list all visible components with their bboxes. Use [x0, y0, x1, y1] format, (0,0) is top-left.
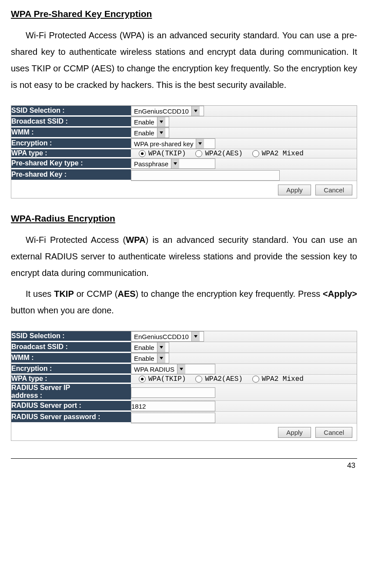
label-radius-ip: RADIUS Server IP address : — [11, 384, 131, 401]
encryption-select-value: WPA pre-shared key — [131, 140, 196, 148]
wmm-select[interactable]: Enable — [131, 128, 169, 138]
heading-wpa-psk: WPA Pre-Shared Key Encryption — [11, 9, 357, 19]
broadcast-select-value: Enable — [131, 344, 157, 351]
paragraph-wpa-radius-1: Wi-Fi Protected Access (WPA) is an advan… — [11, 232, 357, 281]
broadcast-select[interactable]: Enable — [131, 117, 169, 127]
dropdown-arrow-icon — [171, 159, 179, 168]
paragraph-wpa-psk: Wi-Fi Protected Access (WPA) is an advan… — [11, 27, 357, 93]
footer-divider — [11, 458, 357, 459]
broadcast-select[interactable]: Enable — [131, 342, 169, 353]
svg-marker-8 — [180, 368, 183, 370]
label-encryption: Encryption : — [11, 138, 131, 149]
label-ssid-selection: SSID Selection : — [11, 331, 131, 342]
dropdown-arrow-icon — [157, 353, 165, 363]
wpa-type-radio-group[interactable]: WPA(TKIP) WPA2(AES) WPA2 Mixed — [131, 375, 357, 383]
svg-marker-4 — [174, 162, 177, 165]
svg-marker-7 — [160, 357, 163, 360]
encryption-select[interactable]: WPA RADIUS — [131, 364, 215, 374]
label-wpa-type: WPA type : — [11, 149, 131, 158]
psk-type-select[interactable]: Passphrase — [131, 158, 215, 169]
settings-panel-psk: SSID Selection : EnGeniusCCDD10 Broadcas… — [11, 105, 357, 198]
svg-marker-6 — [160, 346, 163, 349]
wmm-select-value: Enable — [131, 129, 157, 137]
ssid-select-value: EnGeniusCCDD10 — [131, 333, 191, 340]
svg-marker-3 — [198, 142, 202, 145]
label-wmm: WMM : — [11, 128, 131, 138]
wmm-select-value: Enable — [131, 355, 157, 362]
radio-label: WPA(TKIP) — [148, 150, 186, 158]
cancel-button[interactable]: Cancel — [315, 185, 352, 195]
dropdown-arrow-icon — [157, 117, 165, 127]
radio-icon — [139, 150, 146, 157]
svg-marker-5 — [194, 335, 197, 338]
radius-password-input[interactable] — [131, 413, 215, 423]
radio-label: WPA2(AES) — [205, 150, 242, 158]
ssid-select-value: EnGeniusCCDD10 — [131, 108, 191, 115]
radio-icon — [252, 150, 259, 157]
dropdown-arrow-icon — [191, 332, 200, 341]
radio-icon — [252, 376, 259, 383]
paragraph-wpa-radius-2: It uses TKIP or CCMP (AES) to change the… — [11, 286, 357, 319]
dropdown-arrow-icon — [177, 364, 185, 374]
apply-button[interactable]: Apply — [278, 427, 311, 438]
svg-marker-2 — [160, 131, 163, 134]
radio-label: WPA2(AES) — [205, 375, 242, 383]
label-wmm: WMM : — [11, 353, 131, 364]
label-ssid-selection: SSID Selection : — [11, 106, 131, 117]
radio-icon — [195, 376, 202, 383]
ssid-select[interactable]: EnGeniusCCDD10 — [131, 331, 204, 342]
radio-label: WPA2 Mixed — [262, 375, 304, 383]
label-encryption: Encryption : — [11, 364, 131, 375]
svg-marker-0 — [194, 110, 197, 112]
radio-icon — [195, 150, 202, 157]
radius-port-value: 1812 — [131, 403, 146, 410]
wpa-type-radio-group[interactable]: WPA(TKIP) WPA2(AES) WPA2 Mixed — [131, 150, 357, 158]
radio-label: WPA(TKIP) — [148, 375, 186, 383]
radio-icon — [139, 376, 146, 383]
psk-input[interactable] — [131, 170, 280, 181]
dropdown-arrow-icon — [157, 128, 165, 138]
label-broadcast-ssid: Broadcast SSID : — [11, 117, 131, 128]
apply-button[interactable]: Apply — [278, 185, 311, 195]
svg-marker-1 — [160, 121, 163, 123]
heading-wpa-radius: WPA-Radius Encryption — [11, 213, 357, 224]
broadcast-select-value: Enable — [131, 118, 157, 126]
wmm-select[interactable]: Enable — [131, 353, 169, 363]
label-radius-port: RADIUS Server port : — [11, 401, 131, 412]
dropdown-arrow-icon — [157, 343, 165, 352]
page-number: 43 — [11, 461, 357, 470]
ssid-select[interactable]: EnGeniusCCDD10 — [131, 106, 204, 116]
radio-label: WPA2 Mixed — [262, 150, 304, 158]
cancel-button[interactable]: Cancel — [315, 427, 352, 438]
dropdown-arrow-icon — [196, 139, 204, 148]
label-radius-password: RADIUS Server password : — [11, 412, 131, 423]
settings-panel-radius: SSID Selection : EnGeniusCCDD10 Broadcas… — [11, 331, 357, 441]
dropdown-arrow-icon — [191, 106, 200, 116]
label-wpa-type: WPA type : — [11, 375, 131, 384]
encryption-select[interactable]: WPA pre-shared key — [131, 138, 215, 149]
label-broadcast-ssid: Broadcast SSID : — [11, 342, 131, 353]
label-psk-type: Pre-shared Key type : — [11, 158, 131, 169]
label-psk: Pre-shared Key : — [11, 169, 131, 181]
radius-port-input[interactable]: 1812 — [131, 401, 215, 411]
encryption-select-value: WPA RADIUS — [131, 366, 177, 373]
psk-type-select-value: Passphrase — [131, 160, 171, 168]
radius-ip-input[interactable] — [131, 387, 215, 398]
